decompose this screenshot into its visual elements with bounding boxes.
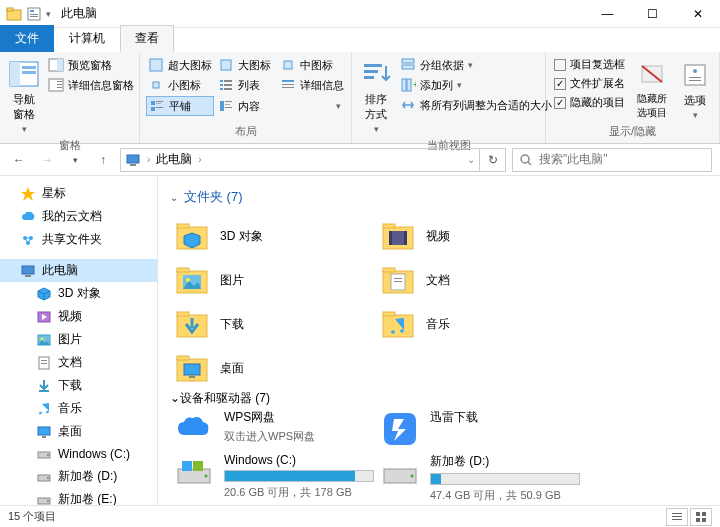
svg-text:+: + [413, 79, 416, 90]
folders-group-header[interactable]: ⌄文件夹 (7) [170, 188, 708, 206]
sort-by-button[interactable]: 排序方式 ▾ [358, 56, 394, 136]
folder-downloads[interactable]: 下载 [170, 302, 376, 346]
folder-music[interactable]: 音乐 [376, 302, 582, 346]
qat-dropdown-icon[interactable]: ▾ [46, 9, 51, 19]
preview-pane-button[interactable]: 预览窗格 [46, 56, 136, 74]
forward-button[interactable]: → [36, 149, 58, 171]
tiles-icon [149, 98, 165, 114]
svg-rect-18 [284, 61, 292, 69]
svg-rect-47 [685, 65, 705, 85]
checkbox-icon: ✓ [554, 78, 566, 90]
drives-group-header[interactable]: ⌄设备和驱动器 (7) [170, 390, 708, 407]
qat-properties-icon[interactable] [26, 6, 42, 22]
group-by-button[interactable]: 分组依据▾ [398, 56, 554, 74]
item-checkboxes-toggle[interactable]: 项目复选框 [552, 56, 627, 73]
navigation-pane: 星标 我的云文档 共享文件夹 此电脑 3D 对象 视频 图片 文档 下载 音乐 … [0, 176, 158, 509]
nav-documents[interactable]: 文档 [0, 351, 157, 374]
navigation-pane-button[interactable]: 导航窗格 ▾ [6, 56, 42, 136]
refresh-button[interactable]: ↻ [480, 148, 506, 172]
folder-desktop[interactable]: 桌面 [170, 346, 376, 390]
nav-drive-c[interactable]: Windows (C:) [0, 443, 157, 465]
hidden-items-toggle[interactable]: ✓隐藏的项目 [552, 94, 627, 111]
chevron-down-icon: ⌄ [170, 391, 180, 405]
svg-rect-99 [383, 315, 413, 337]
svg-point-73 [47, 500, 49, 502]
nav-this-pc[interactable]: 此电脑 [0, 259, 157, 282]
svg-rect-117 [702, 512, 706, 516]
minimize-button[interactable]: — [585, 0, 630, 28]
back-button[interactable]: ← [8, 149, 30, 171]
recent-locations-button[interactable]: ▾ [64, 149, 86, 171]
drive-wps[interactable]: WPS网盘双击进入WPS网盘 [170, 407, 376, 451]
svg-rect-66 [38, 427, 50, 435]
nav-3d-objects[interactable]: 3D 对象 [0, 282, 157, 305]
address-bar: ← → ▾ ↑ › 此电脑 › ⌄ ↻ 搜索"此电脑" [0, 144, 720, 176]
nav-music[interactable]: 音乐 [0, 397, 157, 420]
extra-large-icons-button[interactable]: 超大图标 [146, 56, 214, 74]
tab-computer[interactable]: 计算机 [54, 25, 120, 52]
svg-rect-19 [153, 82, 159, 88]
svg-rect-7 [10, 62, 20, 86]
svg-rect-40 [364, 76, 374, 79]
small-icons-button[interactable]: 小图标 [146, 76, 214, 94]
breadcrumb[interactable]: 此电脑 [156, 151, 192, 168]
nav-desktop[interactable]: 桌面 [0, 420, 157, 443]
tiles-button[interactable]: 平铺 [146, 96, 214, 116]
nav-videos[interactable]: 视频 [0, 305, 157, 328]
details-view-button[interactable] [666, 508, 688, 526]
layout-more-icon[interactable]: ▾ [336, 101, 341, 111]
svg-rect-23 [224, 84, 232, 86]
address-box[interactable]: › 此电脑 › ⌄ [120, 148, 480, 172]
size-all-columns-button[interactable]: 将所有列调整为合适的大小 [398, 96, 554, 114]
svg-rect-31 [156, 103, 161, 104]
svg-rect-29 [151, 101, 155, 105]
svg-rect-38 [364, 64, 382, 67]
drive-c[interactable]: Windows (C:)20.6 GB 可用，共 178 GB [170, 451, 376, 505]
details-pane-icon [48, 77, 64, 93]
pc-icon [20, 263, 36, 279]
svg-rect-5 [30, 16, 38, 17]
nav-star[interactable]: 星标 [0, 182, 157, 205]
svg-point-69 [47, 454, 49, 456]
dropdown-icon: ▾ [693, 110, 698, 120]
svg-rect-16 [150, 59, 162, 71]
tab-view[interactable]: 查看 [120, 25, 174, 52]
large-icon [218, 57, 234, 73]
file-extensions-toggle[interactable]: ✓文件扩展名 [552, 75, 627, 92]
nav-downloads[interactable]: 下载 [0, 374, 157, 397]
desktop-folder-icon [174, 350, 210, 386]
nav-pictures[interactable]: 图片 [0, 328, 157, 351]
drive-d[interactable]: 新加卷 (D:)47.4 GB 可用，共 50.9 GB [376, 451, 582, 505]
folder-videos[interactable]: 视频 [376, 214, 582, 258]
address-dropdown-icon[interactable]: ⌄ [467, 154, 475, 165]
up-button[interactable]: ↑ [92, 149, 114, 171]
nav-cloud-docs[interactable]: 我的云文档 [0, 205, 157, 228]
icons-view-button[interactable] [690, 508, 712, 526]
ribbon-group-show-hide: 显示/隐藏 [552, 122, 713, 141]
close-button[interactable]: ✕ [675, 0, 720, 28]
title-bar: ▾ 此电脑 — ☐ ✕ [0, 0, 720, 28]
folder-documents[interactable]: 文档 [376, 258, 582, 302]
drive-xunlei[interactable]: 迅雷下载 [376, 407, 582, 451]
svg-rect-26 [282, 80, 294, 82]
folder-3d-objects[interactable]: 3D 对象 [170, 214, 376, 258]
list-button[interactable]: 列表 [216, 76, 276, 94]
details-button[interactable]: 详细信息 [278, 76, 338, 94]
content-button[interactable]: 内容 [216, 96, 276, 116]
options-button[interactable]: 选项 ▾ [677, 56, 713, 122]
search-box[interactable]: 搜索"此电脑" [512, 148, 712, 172]
folder-pictures[interactable]: 图片 [170, 258, 376, 302]
music-folder-icon [380, 306, 416, 342]
nav-drive-d[interactable]: 新加卷 (D:) [0, 465, 157, 488]
tab-file[interactable]: 文件 [0, 25, 54, 52]
hide-selected-button[interactable]: 隐藏所选项目 [631, 56, 673, 122]
item-count: 15 个项目 [8, 509, 56, 524]
large-icons-button[interactable]: 大图标 [216, 56, 276, 74]
svg-rect-33 [156, 107, 163, 108]
medium-icons-button[interactable]: 中图标 [278, 56, 338, 74]
nav-shared-folder[interactable]: 共享文件夹 [0, 228, 157, 251]
add-columns-button[interactable]: +添加列▾ [398, 76, 554, 94]
svg-rect-113 [672, 513, 682, 514]
details-pane-button[interactable]: 详细信息窗格 [46, 76, 136, 94]
maximize-button[interactable]: ☐ [630, 0, 675, 28]
